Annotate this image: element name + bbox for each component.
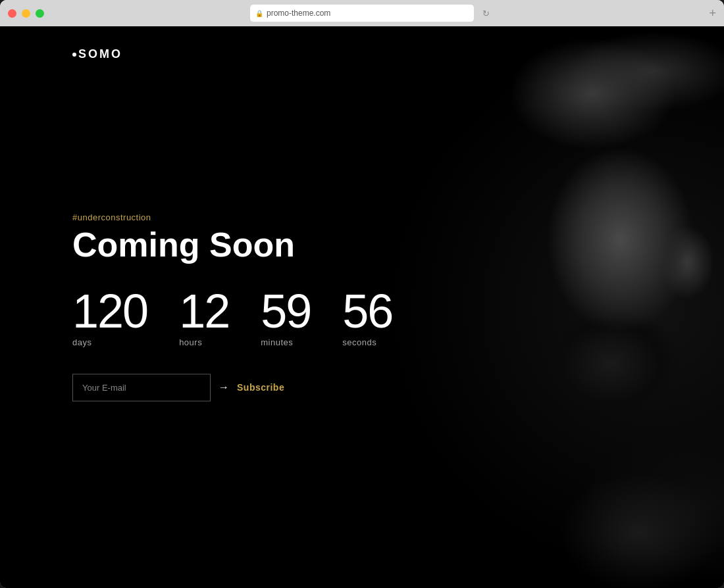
countdown-timer: 120 days 12 hours 59 minutes 56 seconds bbox=[72, 288, 392, 348]
hours-value: 12 bbox=[179, 288, 229, 335]
days-value: 120 bbox=[72, 288, 147, 335]
refresh-button[interactable]: ↻ bbox=[482, 9, 490, 18]
lock-icon: 🔒 bbox=[255, 10, 263, 17]
logo-text: SOMO bbox=[78, 47, 122, 61]
close-button[interactable] bbox=[8, 9, 16, 18]
minimize-button[interactable] bbox=[22, 9, 30, 18]
seconds-value: 56 bbox=[342, 288, 392, 335]
address-bar[interactable]: 🔒 promo-theme.com bbox=[250, 5, 474, 22]
countdown-hours: 12 hours bbox=[179, 288, 229, 348]
subscribe-button[interactable]: Subscribe bbox=[237, 383, 284, 393]
arrow-icon: → bbox=[219, 382, 229, 394]
page-title: Coming Soon bbox=[72, 226, 392, 264]
countdown-seconds: 56 seconds bbox=[342, 288, 392, 348]
maximize-button[interactable] bbox=[36, 9, 44, 18]
url-text: promo-theme.com bbox=[267, 9, 330, 18]
browser-titlebar: 🔒 promo-theme.com ↻ + bbox=[0, 0, 724, 26]
logo: SOMO bbox=[72, 47, 122, 61]
logo-dot bbox=[72, 53, 76, 57]
hashtag-label: #underconstruction bbox=[72, 212, 392, 222]
minutes-value: 59 bbox=[261, 288, 311, 335]
countdown-minutes: 59 minutes bbox=[261, 288, 311, 348]
main-content: #underconstruction Coming Soon 120 days … bbox=[72, 212, 392, 401]
seconds-label: seconds bbox=[342, 338, 376, 348]
hours-label: hours bbox=[179, 338, 202, 348]
new-tab-button[interactable]: + bbox=[709, 7, 716, 20]
address-bar-container: 🔒 promo-theme.com ↻ bbox=[250, 5, 474, 22]
email-input[interactable] bbox=[72, 374, 211, 402]
days-label: days bbox=[72, 338, 91, 348]
countdown-days: 120 days bbox=[72, 288, 147, 348]
minutes-label: minutes bbox=[261, 338, 293, 348]
traffic-lights bbox=[8, 9, 44, 18]
website-content: SOMO #underconstruction Coming Soon 120 … bbox=[0, 26, 724, 588]
browser-window: 🔒 promo-theme.com ↻ + SOMO #underconstru… bbox=[0, 0, 724, 588]
subscribe-form: → Subscribe bbox=[72, 374, 392, 402]
